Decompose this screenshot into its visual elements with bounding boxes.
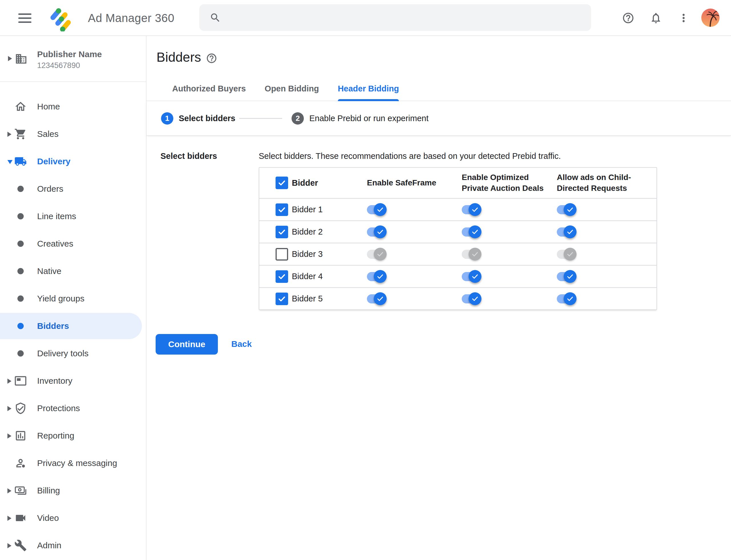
- sidebar-item-inventory[interactable]: Inventory: [0, 367, 146, 395]
- bullet-icon: [17, 241, 24, 247]
- bullet-icon: [17, 268, 24, 274]
- optimized-deals-toggle[interactable]: [462, 250, 480, 259]
- cart-icon: [14, 128, 27, 140]
- chevron-right-icon: [7, 406, 11, 411]
- bullet-icon: [17, 323, 24, 329]
- chevron-right-icon: [7, 543, 11, 548]
- optimized-deals-toggle[interactable]: [462, 227, 480, 237]
- billing-icon: [14, 484, 27, 497]
- optimized-deals-toggle[interactable]: [462, 294, 480, 303]
- chevron-right-icon: [7, 516, 11, 521]
- building-icon: [15, 53, 27, 65]
- bullet-icon: [17, 186, 24, 192]
- table-row: Bidder 5: [259, 287, 656, 309]
- notifications-icon[interactable]: [650, 12, 662, 24]
- main-content: Bidders Authorized Buyers Open Bidding H…: [147, 36, 731, 560]
- sidebar-item-line-items[interactable]: Line items: [0, 203, 146, 230]
- wrench-icon: [14, 539, 27, 552]
- bidder-name: Bidder 2: [292, 221, 323, 243]
- section-description: Select bidders. These recommendations ar…: [259, 151, 561, 161]
- sidebar-item-delivery-tools[interactable]: Delivery tools: [0, 340, 146, 367]
- table-row: Bidder 1: [259, 198, 656, 220]
- column-header-child-directed: Allow ads on Child-Directed Requests: [557, 172, 640, 194]
- child-directed-toggle[interactable]: [557, 250, 575, 259]
- sidebar-item-native[interactable]: Native: [0, 257, 146, 285]
- publisher-selector[interactable]: Publisher Name 1234567890: [0, 36, 146, 82]
- sidebar-item-reporting[interactable]: Reporting: [0, 422, 146, 449]
- row-checkbox[interactable]: [276, 248, 288, 261]
- child-directed-toggle[interactable]: [557, 272, 575, 281]
- optimized-deals-toggle[interactable]: [462, 272, 480, 281]
- safeframe-toggle[interactable]: [367, 272, 385, 281]
- chevron-down-icon: [7, 160, 13, 164]
- search-input[interactable]: [228, 13, 591, 23]
- safeframe-toggle[interactable]: [367, 205, 385, 214]
- sidebar-item-video[interactable]: Video: [0, 504, 146, 532]
- sidebar-item-protections[interactable]: Protections: [0, 395, 146, 422]
- publisher-name: Publisher Name: [37, 49, 102, 59]
- step-2-label: Enable Prebid or run experiment: [309, 114, 428, 123]
- more-options-icon[interactable]: [677, 12, 690, 24]
- row-checkbox[interactable]: [276, 226, 288, 238]
- top-app-bar: Ad Manager 360: [0, 0, 731, 36]
- app-title: Ad Manager 360: [88, 0, 175, 36]
- safeframe-toggle[interactable]: [367, 294, 385, 303]
- tab-open-bidding[interactable]: Open Bidding: [265, 77, 319, 101]
- step-2-indicator: 2: [292, 112, 304, 125]
- chevron-right-icon: [7, 379, 11, 384]
- sidebar-item-admin[interactable]: Admin: [0, 532, 146, 559]
- sidebar-item-creatives[interactable]: Creatives: [0, 230, 146, 257]
- chevron-right-icon: [7, 132, 11, 137]
- row-checkbox[interactable]: [276, 203, 288, 216]
- menu-icon[interactable]: [18, 13, 31, 23]
- child-directed-toggle[interactable]: [557, 294, 575, 303]
- column-header-safeframe: Enable SafeFrame: [367, 177, 436, 188]
- step-1-label: Select bidders: [179, 114, 235, 123]
- back-button[interactable]: Back: [231, 339, 252, 349]
- table-row: Bidder 2: [259, 220, 656, 243]
- optimized-deals-toggle[interactable]: [462, 205, 480, 214]
- tab-header-bidding[interactable]: Header Bidding: [338, 77, 399, 101]
- help-icon[interactable]: [622, 12, 634, 24]
- bidders-table: Bidder Enable SafeFrame Enable Optimized…: [259, 167, 657, 310]
- table-row: Bidder 4: [259, 265, 656, 287]
- sidebar-nav: Home Sales Delivery Orders Line items Cr…: [0, 83, 146, 559]
- sidebar-item-home[interactable]: Home: [0, 93, 146, 120]
- person-badge-icon: [14, 457, 27, 469]
- sidebar-item-sales[interactable]: Sales: [0, 120, 146, 148]
- bidder-name: Bidder 5: [292, 288, 323, 309]
- sidebar-item-bidders[interactable]: Bidders: [0, 312, 146, 340]
- bidder-name: Bidder 1: [292, 199, 323, 220]
- truck-icon: [14, 155, 27, 168]
- sidebar-item-orders[interactable]: Orders: [0, 175, 146, 203]
- bar-chart-icon: [14, 429, 27, 442]
- row-checkbox[interactable]: [276, 293, 288, 305]
- table-header-row: Bidder Enable SafeFrame Enable Optimized…: [259, 168, 656, 198]
- tab-authorized-buyers[interactable]: Authorized Buyers: [172, 77, 246, 101]
- child-directed-toggle[interactable]: [557, 227, 575, 237]
- safeframe-toggle[interactable]: [367, 250, 385, 259]
- search-bar[interactable]: [199, 4, 591, 31]
- chevron-right-icon: [7, 488, 11, 493]
- child-directed-toggle[interactable]: [557, 205, 575, 214]
- sidebar-item-delivery[interactable]: Delivery: [0, 148, 146, 175]
- sidebar-item-yield-groups[interactable]: Yield groups: [0, 285, 146, 312]
- avatar[interactable]: [701, 9, 720, 27]
- bidder-name: Bidder 4: [292, 266, 323, 287]
- continue-button[interactable]: Continue: [156, 334, 218, 355]
- home-icon: [14, 100, 27, 113]
- bullet-icon: [17, 350, 24, 357]
- sidebar: Publisher Name 1234567890 Home Sales Del…: [0, 36, 147, 560]
- row-checkbox[interactable]: [276, 270, 288, 283]
- section-label: Select bidders: [161, 151, 217, 161]
- page-title: Bidders: [157, 49, 201, 65]
- sidebar-item-privacy-messaging[interactable]: Privacy & messaging: [0, 449, 146, 477]
- title-help-icon[interactable]: [206, 53, 217, 64]
- publisher-id: 1234567890: [37, 61, 80, 70]
- table-row: Bidder 3: [259, 243, 656, 265]
- select-all-checkbox[interactable]: [276, 177, 288, 189]
- sidebar-item-billing[interactable]: Billing: [0, 477, 146, 504]
- column-header-bidder: Bidder: [292, 168, 318, 198]
- bidder-name: Bidder 3: [292, 243, 323, 265]
- safeframe-toggle[interactable]: [367, 227, 385, 237]
